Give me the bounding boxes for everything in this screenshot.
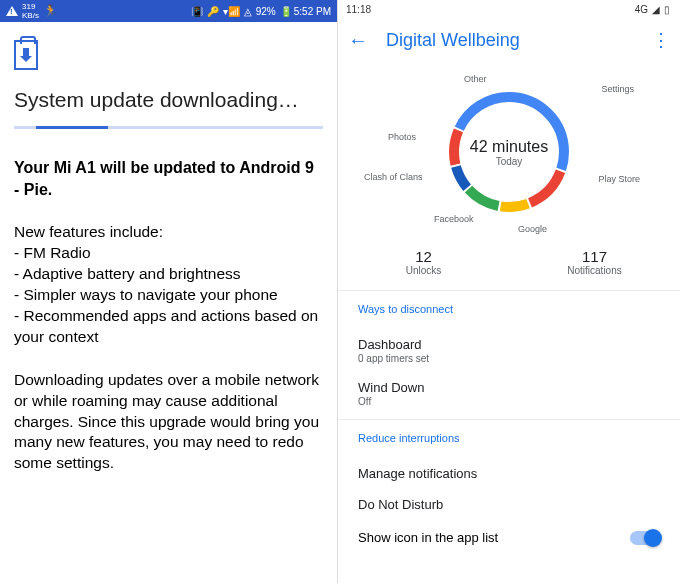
notif-count: 117 (509, 248, 680, 265)
winddown-sub: Off (358, 396, 660, 407)
overflow-menu[interactable]: ⋮ (652, 29, 670, 51)
running-icon: 🏃 (43, 4, 58, 18)
clock: 5:52 PM (294, 6, 331, 17)
vibrate-icon: 📳 (191, 6, 203, 17)
usage-total: 42 minutes (470, 138, 548, 156)
back-button[interactable]: ← (348, 29, 368, 52)
winddown-title: Wind Down (358, 380, 660, 395)
update-headline: Your Mi A1 will be updated to Android 9 … (14, 157, 323, 200)
battery-icon: ▯ (664, 4, 670, 15)
wifi-icon: ▾📶 (223, 6, 240, 17)
feature-item: - Simpler ways to navigate your phone (14, 286, 278, 303)
features-intro: New features include: (14, 223, 163, 240)
warning-icon (6, 6, 18, 16)
chart-label-settings: Settings (601, 84, 634, 94)
stat-unlocks[interactable]: 12 Unlocks (338, 248, 509, 276)
show-icon-row[interactable]: Show icon in the app list (358, 520, 660, 555)
features-block: New features include: - FM Radio - Adapt… (14, 222, 323, 348)
notif-label: Notifications (509, 265, 680, 276)
dnd-row[interactable]: Do Not Disturb (358, 489, 660, 520)
download-icon (14, 40, 38, 70)
net-type: 4G (635, 4, 648, 15)
net-speed-unit: KB/s (22, 11, 39, 20)
chart-label-photos: Photos (388, 132, 416, 142)
chart-label-clash: Clash of Clans (364, 172, 423, 182)
status-bar: 11:18 4G ◢ ▯ (338, 0, 680, 18)
feature-item: - Recommended apps and actions based on … (14, 307, 318, 345)
clock: 11:18 (346, 4, 371, 15)
usage-donut[interactable]: Other Settings Play Store Google Faceboo… (338, 62, 680, 242)
chart-label-google: Google (518, 224, 547, 234)
unlocks-label: Unlocks (338, 265, 509, 276)
manage-title: Manage notifications (358, 466, 660, 481)
section-header-disconnect: Ways to disconnect (358, 303, 660, 315)
show-icon-title: Show icon in the app list (358, 530, 630, 545)
left-screenshot: 319KB/s 🏃 📳 🔑 ▾📶 ◬ 92% 🔋 5:52 PM System … (0, 0, 338, 583)
status-bar: 319KB/s 🏃 📳 🔑 ▾📶 ◬ 92% 🔋 5:52 PM (0, 0, 337, 22)
progress-bar (14, 126, 323, 129)
section-header-reduce: Reduce interruptions (358, 432, 660, 444)
disclaimer-text: Downloading updates over a mobile networ… (14, 370, 323, 475)
app-bar: ← Digital Wellbeing ⋮ (338, 18, 680, 62)
net-speed: 319 (22, 2, 39, 11)
feature-item: - FM Radio (14, 244, 91, 261)
page-title: System update downloading… (14, 88, 323, 112)
key-icon: 🔑 (207, 6, 219, 17)
stats-row: 12 Unlocks 117 Notifications (338, 242, 680, 290)
manage-notifications-row[interactable]: Manage notifications (358, 458, 660, 489)
app-title: Digital Wellbeing (386, 30, 652, 51)
winddown-row[interactable]: Wind Down Off (358, 372, 660, 415)
usage-sub: Today (496, 156, 523, 167)
dnd-title: Do Not Disturb (358, 497, 660, 512)
signal-icon: ◢ (652, 4, 660, 15)
chart-label-playstore: Play Store (598, 174, 640, 184)
dashboard-row[interactable]: Dashboard 0 app timers set (358, 329, 660, 372)
stat-notifications[interactable]: 117 Notifications (509, 248, 680, 276)
show-icon-toggle[interactable] (630, 531, 660, 545)
unlocks-count: 12 (338, 248, 509, 265)
battery-charging-icon: 🔋 (280, 6, 292, 17)
no-sim-icon: ◬ (244, 6, 252, 17)
feature-item: - Adaptive battery and brightness (14, 265, 241, 282)
chart-label-other: Other (464, 74, 487, 84)
battery-pct: 92% (256, 6, 276, 17)
dashboard-title: Dashboard (358, 337, 660, 352)
dashboard-sub: 0 app timers set (358, 353, 660, 364)
right-screenshot: 11:18 4G ◢ ▯ ← Digital Wellbeing ⋮ Other… (338, 0, 680, 583)
